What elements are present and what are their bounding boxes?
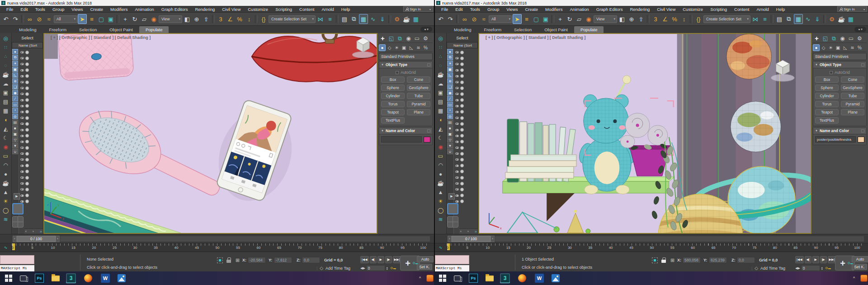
schematic-view-icon[interactable]: ⇓ (378, 14, 387, 24)
taskbar-firefox[interactable] (517, 273, 527, 283)
menu-item[interactable]: Help (773, 7, 789, 12)
viewport-label[interactable]: [ + ] [ Orthographic ] [ Standard ] [ De… (486, 35, 585, 40)
align-icon[interactable]: ≡ (326, 14, 335, 24)
playback-button[interactable]: ▶ (377, 256, 384, 263)
current-frame-field[interactable] (366, 265, 385, 271)
tray-expand-button[interactable]: ^ (415, 273, 425, 283)
hierarchy-tab-icon[interactable]: ⧉ (396, 34, 404, 42)
explorer-object-row[interactable] (454, 186, 478, 192)
visibility-eye-icon[interactable] (20, 81, 24, 83)
explorer-object-row[interactable] (454, 193, 478, 199)
explorer-object-row[interactable] (19, 115, 43, 121)
filter-shapes-icon[interactable]: ⧉ (12, 55, 18, 60)
primitive-button[interactable]: Sphere (381, 85, 405, 91)
visibility-eye-icon[interactable] (455, 87, 459, 89)
playback-button[interactable]: ◀| (370, 256, 377, 263)
align-icon[interactable]: ≡ (760, 14, 769, 24)
geometry-category-icon[interactable]: ● (379, 44, 386, 51)
menu-item[interactable]: Scripting (272, 7, 296, 12)
playback-button[interactable]: ◀| (805, 256, 811, 263)
filter-visibility-icon[interactable]: ◎ (12, 114, 18, 119)
explorer-object-row[interactable] (19, 55, 43, 61)
auto-key-button[interactable]: Auto (852, 256, 868, 262)
systems-category-icon[interactable]: % (422, 44, 429, 51)
visibility-eye-icon[interactable] (20, 57, 24, 59)
geometry-category-icon[interactable]: ● (813, 44, 820, 51)
explorer-object-row[interactable] (19, 85, 43, 91)
projector-light-icon[interactable]: ◖ (436, 115, 445, 124)
circular-array-icon[interactable]: ◌ (436, 61, 445, 70)
display-solid-icon[interactable]: ■ (447, 125, 453, 131)
window-crossing-icon[interactable]: ▣ (106, 14, 115, 24)
taskbar-firefox[interactable] (83, 273, 93, 283)
visibility-eye-icon[interactable] (455, 158, 459, 161)
menu-item[interactable]: Content (731, 7, 753, 12)
explorer-object-row[interactable] (19, 151, 43, 157)
spacewarps-category-icon[interactable]: ≋ (415, 44, 422, 51)
menu-item[interactable]: Modifiers (542, 7, 566, 12)
visibility-eye-icon[interactable] (455, 195, 459, 197)
cameras-category-icon[interactable]: ▣ (401, 44, 407, 51)
explorer-object-row[interactable] (19, 67, 43, 73)
track-bar-ruler[interactable]: 0510152025303540455055606570758085909510… (12, 243, 428, 252)
object-name-field[interactable] (815, 136, 856, 142)
spacewarps-category-icon[interactable]: ≋ (849, 44, 856, 51)
teapot-primitive-icon[interactable]: ☕ (1, 70, 10, 79)
primitive-button[interactable]: Torus (381, 101, 405, 107)
ribbon-minimize-control[interactable]: ● ▾ (854, 27, 866, 32)
y-coordinate-field[interactable] (274, 257, 292, 263)
box-primitive-icon[interactable]: ▭ (1, 152, 10, 160)
snap-toggle-3d-icon[interactable]: 3 (216, 14, 225, 24)
spinner-snap-icon[interactable]: ↕ (679, 14, 689, 24)
visibility-eye-icon[interactable] (455, 188, 459, 190)
explorer-object-row[interactable] (454, 133, 478, 139)
explorer-object-row[interactable] (454, 145, 478, 151)
teapot-create-icon[interactable]: ☕ (1, 179, 10, 187)
playback-button[interactable]: |◀◀ (360, 256, 369, 263)
bind-to-space-warp-icon[interactable]: ≈ (44, 14, 53, 24)
scene-explorer-toggle-icon[interactable]: ⧉ (784, 14, 793, 24)
visibility-eye-icon[interactable] (20, 111, 24, 113)
explorer-object-row[interactable] (454, 103, 478, 109)
primitive-button[interactable]: TextPlus (815, 117, 839, 124)
visibility-eye-icon[interactable] (20, 51, 24, 53)
explorer-object-row[interactable] (19, 157, 43, 162)
dome-primitive-icon[interactable]: ◠ (436, 161, 445, 169)
moon-light-icon[interactable]: ☾ (436, 133, 445, 142)
visibility-eye-icon[interactable] (20, 123, 24, 125)
primitive-button[interactable]: Plane (841, 109, 864, 115)
filter-particles-icon[interactable]: * (447, 108, 453, 113)
filter-visibility-icon[interactable]: ◎ (447, 114, 453, 119)
layout-tab-quad[interactable] (12, 216, 24, 228)
visibility-eye-icon[interactable] (20, 105, 24, 107)
explorer-object-row[interactable] (454, 73, 478, 79)
visibility-eye-icon[interactable] (20, 188, 24, 190)
primitive-category-dropdown[interactable]: Standard Primitives (813, 53, 867, 60)
visibility-eye-icon[interactable] (455, 51, 459, 53)
angle-snap-icon[interactable]: ∠ (226, 14, 235, 24)
visibility-eye-icon[interactable] (20, 87, 24, 89)
primitive-button[interactable]: Teapot (815, 109, 839, 115)
use-pivot-point-center-icon[interactable]: ◧ (183, 14, 192, 24)
edit-named-selection-sets-icon[interactable]: {} (694, 14, 703, 24)
explorer-collapse-button[interactable]: ▶ (14, 193, 20, 200)
visibility-eye-icon[interactable] (20, 129, 24, 131)
time-slider[interactable]: 0 / 100 (452, 236, 491, 242)
visibility-eye-icon[interactable] (20, 75, 24, 77)
menu-item[interactable]: Animation (132, 7, 158, 12)
object-type-header[interactable]: ▼ Object Type (379, 62, 432, 68)
explorer-object-row[interactable] (19, 193, 43, 199)
motion-tab-icon[interactable]: ◉ (839, 34, 846, 42)
menu-item[interactable]: Rendering (626, 7, 653, 12)
visibility-eye-icon[interactable] (455, 105, 459, 107)
primitive-button[interactable]: Cone (841, 76, 864, 83)
select-by-name-icon[interactable]: ≡ (87, 14, 96, 24)
add-time-tag[interactable]: |◇ Add Time Tag (751, 266, 785, 271)
visibility-eye-icon[interactable] (20, 147, 24, 149)
taskbar-word[interactable]: W (100, 273, 110, 283)
array-tool-icon[interactable]: ∷ (436, 43, 445, 52)
primitive-button[interactable]: Box (815, 76, 839, 83)
visibility-eye-icon[interactable] (20, 135, 24, 137)
selection-region-icon[interactable] (652, 257, 658, 263)
primitive-button[interactable]: Pyramid (407, 101, 430, 107)
